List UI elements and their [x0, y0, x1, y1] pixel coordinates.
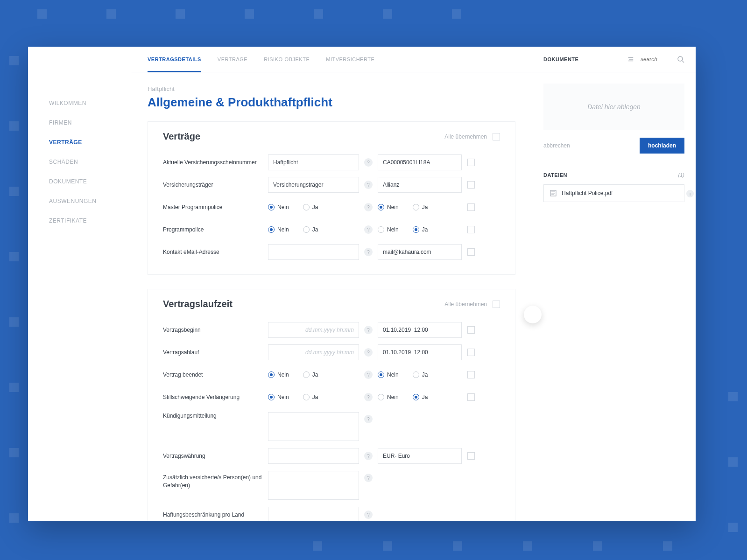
adopt-all-checkbox[interactable]	[493, 133, 500, 140]
content-scroll: Verträge Alle übernehmen Aktuelle Versic…	[131, 121, 532, 521]
label-contract-start: Vertragsbeginn	[163, 326, 268, 334]
input-end-left[interactable]	[268, 344, 359, 360]
breadcrumb: Haftpflicht	[148, 85, 515, 92]
upload-button[interactable]: hochladen	[640, 138, 684, 154]
help-icon[interactable]: ?	[364, 248, 373, 256]
row-liability-limit: Haftungsbeschränkung pro Land ?	[163, 504, 500, 521]
help-icon[interactable]: ?	[364, 181, 373, 189]
sidebar-item-contracts[interactable]: VERTRÄGE	[49, 133, 131, 152]
radio-terminated-left-ja[interactable]: Ja	[303, 371, 318, 378]
row-checkbox[interactable]	[467, 248, 475, 256]
row-checkbox[interactable]	[467, 159, 475, 166]
input-currency-left[interactable]	[268, 448, 359, 464]
help-icon[interactable]: ?	[364, 203, 373, 211]
input-email-right[interactable]	[378, 244, 462, 260]
cancel-button[interactable]: abbrechen	[543, 142, 570, 149]
row-additional-insured: Zusätzlich versicherte/s Person(en) und …	[163, 467, 500, 504]
sidebar-item-certificates[interactable]: ZERTIFIKATE	[49, 211, 131, 231]
row-currency: Vertragswährung ?	[163, 445, 500, 467]
filter-icon[interactable]	[627, 56, 634, 63]
input-start-right[interactable]	[378, 322, 462, 338]
file-name: Haftpflicht Police.pdf	[562, 190, 678, 196]
row-policy-number: Aktuelle Versicherungsscheinnummer ?	[163, 151, 500, 174]
page-header: Haftpflicht Allgemeine & Produkthaftpfli…	[131, 72, 532, 119]
help-icon[interactable]: ?	[364, 371, 373, 379]
radio-program-right-nein[interactable]: Nein	[378, 226, 399, 233]
label-program-policy: Programmpolice	[163, 226, 268, 234]
row-checkbox[interactable]	[467, 203, 475, 211]
sidebar-item-companies[interactable]: FIRMEN	[49, 113, 131, 133]
adopt-all-checkbox[interactable]	[493, 301, 500, 308]
panel-contracts: Verträge Alle übernehmen Aktuelle Versic…	[148, 121, 515, 275]
adopt-all-label: Alle übernehmen	[444, 301, 487, 308]
row-contact-email: Kontakt eMail-Adresse ?	[163, 241, 500, 263]
label-carrier: Versicherungsträger	[163, 181, 268, 189]
input-email-left[interactable]	[268, 244, 359, 260]
row-checkbox[interactable]	[467, 181, 475, 189]
radio-master-right-nein[interactable]: Nein	[378, 204, 399, 210]
tab-co-insured[interactable]: MITVERSICHERTE	[326, 47, 374, 72]
search-input[interactable]	[641, 56, 673, 63]
app-window: WILKOMMEN FIRMEN VERTRÄGE SCHÄDEN DOKUME…	[28, 47, 696, 521]
search-box	[641, 56, 684, 63]
label-terminated: Vertrag beendet	[163, 371, 268, 379]
input-liability-left[interactable]	[268, 507, 359, 521]
tab-risk-objects[interactable]: RISIKO-OBJEKTE	[264, 47, 310, 72]
file-item[interactable]: Haftpflicht Police.pdf	[543, 184, 684, 202]
input-carrier-left[interactable]	[268, 177, 359, 193]
label-currency: Vertragswährung	[163, 452, 268, 460]
sidebar-item-damages[interactable]: SCHÄDEN	[49, 152, 131, 172]
input-start-left[interactable]	[268, 322, 359, 338]
radio-program-left-nein[interactable]: Nein	[268, 226, 289, 233]
radio-renewal-left-ja[interactable]: Ja	[303, 394, 318, 400]
radio-terminated-right-ja[interactable]: Ja	[413, 371, 428, 378]
radio-renewal-right-nein[interactable]: Nein	[378, 394, 399, 400]
row-checkbox[interactable]	[467, 393, 475, 401]
radio-program-right-ja[interactable]: Ja	[413, 226, 428, 233]
dropzone[interactable]: Datei hier ablegen	[543, 84, 684, 130]
sidebar-item-reports[interactable]: AUSWENUNGEN	[49, 191, 131, 211]
page-title: Allgemeine & Produkthaftpflicht	[148, 95, 515, 110]
help-icon[interactable]: ?	[364, 415, 373, 423]
help-icon[interactable]: ?	[364, 158, 373, 167]
radio-program-left-ja[interactable]: Ja	[303, 226, 318, 233]
sidebar-item-documents[interactable]: DOKUMENTE	[49, 172, 131, 191]
help-icon[interactable]: ?	[364, 452, 373, 460]
tab-contracts[interactable]: VERTRÄGE	[218, 47, 247, 72]
info-icon[interactable]: i	[686, 190, 694, 197]
floating-action-button[interactable]	[524, 306, 542, 323]
sidebar-item-welcome[interactable]: WILKOMMEN	[49, 93, 131, 113]
tab-contract-details[interactable]: VERTRAGSDETAILS	[148, 47, 201, 72]
radio-renewal-right-ja[interactable]: Ja	[413, 394, 428, 400]
input-carrier-right[interactable]	[378, 177, 462, 193]
radio-terminated-left-nein[interactable]: Nein	[268, 371, 289, 378]
input-policy-number-right[interactable]	[378, 154, 462, 170]
row-checkbox[interactable]	[467, 326, 475, 334]
input-end-right[interactable]	[378, 344, 462, 360]
input-currency-right[interactable]	[378, 448, 462, 464]
help-icon[interactable]: ?	[364, 225, 373, 234]
label-additional-insured: Zusätzlich versicherte/s Person(en) und …	[163, 471, 268, 492]
textarea-termination-notice[interactable]	[268, 412, 359, 441]
row-checkbox[interactable]	[467, 226, 475, 233]
textarea-additional-insured[interactable]	[268, 471, 359, 500]
main-area: VERTRAGSDETAILS VERTRÄGE RISIKO-OBJEKTE …	[131, 47, 532, 521]
radio-master-left-nein[interactable]: Nein	[268, 204, 289, 210]
help-icon[interactable]: ?	[364, 511, 373, 519]
help-icon[interactable]: ?	[364, 348, 373, 357]
pdf-icon	[550, 189, 557, 197]
radio-master-left-ja[interactable]: Ja	[303, 204, 318, 210]
row-checkbox[interactable]	[467, 349, 475, 356]
radio-terminated-right-nein[interactable]: Nein	[378, 371, 399, 378]
row-checkbox[interactable]	[467, 371, 475, 378]
label-policy-number: Aktuelle Versicherungsscheinnummer	[163, 159, 268, 167]
help-icon[interactable]: ?	[364, 393, 373, 401]
search-icon[interactable]	[677, 56, 684, 63]
input-policy-number-left[interactable]	[268, 154, 359, 170]
row-contract-start: Vertragsbeginn ?	[163, 319, 500, 341]
radio-master-right-ja[interactable]: Ja	[413, 204, 428, 210]
help-icon[interactable]: ?	[364, 326, 373, 334]
row-checkbox[interactable]	[467, 452, 475, 460]
radio-renewal-left-nein[interactable]: Nein	[268, 394, 289, 400]
help-icon[interactable]: ?	[364, 474, 373, 482]
